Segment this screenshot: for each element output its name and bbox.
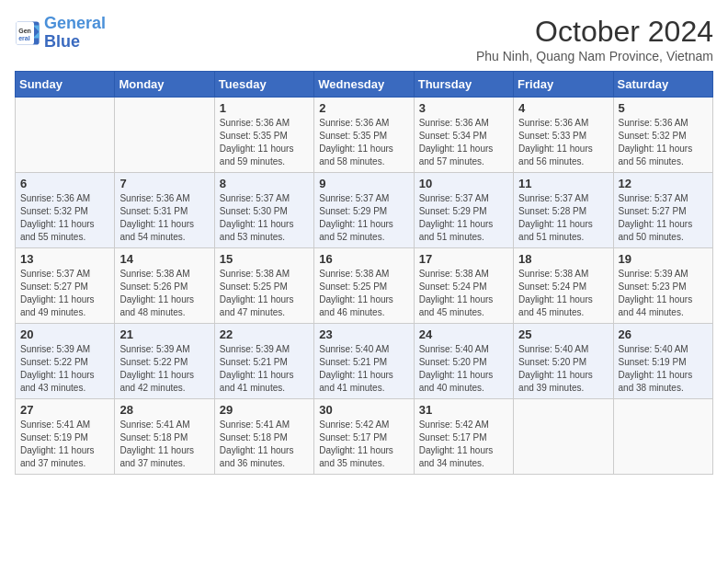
- table-cell: [514, 399, 613, 475]
- table-cell: [613, 399, 712, 475]
- table-cell: 2Sunrise: 5:36 AM Sunset: 5:35 PM Daylig…: [314, 98, 414, 173]
- day-number: 24: [419, 327, 508, 341]
- title-area: October 2024 Phu Ninh, Quang Nam Provinc…: [476, 15, 713, 63]
- table-cell: 24Sunrise: 5:40 AM Sunset: 5:20 PM Dayli…: [414, 324, 513, 399]
- day-number: 5: [619, 101, 708, 115]
- table-cell: 27Sunrise: 5:41 AM Sunset: 5:19 PM Dayli…: [16, 399, 115, 475]
- day-number: 26: [619, 327, 708, 341]
- day-info: Sunrise: 5:36 AM Sunset: 5:35 PM Dayligh…: [220, 117, 309, 168]
- day-number: 11: [518, 177, 608, 190]
- table-cell: 20Sunrise: 5:39 AM Sunset: 5:22 PM Dayli…: [16, 324, 115, 399]
- day-number: 27: [20, 403, 109, 417]
- table-cell: 12Sunrise: 5:37 AM Sunset: 5:27 PM Dayli…: [613, 173, 712, 248]
- table-cell: 19Sunrise: 5:39 AM Sunset: 5:23 PM Dayli…: [613, 248, 712, 324]
- header-sunday: Sunday: [16, 72, 115, 98]
- day-info: Sunrise: 5:37 AM Sunset: 5:29 PM Dayligh…: [319, 192, 408, 244]
- header-tuesday: Tuesday: [214, 72, 313, 98]
- day-number: 29: [220, 403, 309, 417]
- day-info: Sunrise: 5:37 AM Sunset: 5:27 PM Dayligh…: [20, 268, 109, 319]
- table-cell: 18Sunrise: 5:38 AM Sunset: 5:24 PM Dayli…: [514, 248, 613, 324]
- table-cell: 8Sunrise: 5:37 AM Sunset: 5:30 PM Daylig…: [214, 173, 313, 248]
- week-row-2: 6Sunrise: 5:36 AM Sunset: 5:32 PM Daylig…: [16, 173, 713, 248]
- page-header: Gen eral General Blue October 2024 Phu N…: [15, 15, 713, 63]
- day-info: Sunrise: 5:39 AM Sunset: 5:21 PM Dayligh…: [220, 343, 309, 395]
- header-monday: Monday: [115, 72, 214, 98]
- month-title: October 2024: [476, 15, 713, 49]
- day-info: Sunrise: 5:42 AM Sunset: 5:17 PM Dayligh…: [419, 419, 508, 470]
- day-number: 6: [20, 177, 109, 190]
- day-info: Sunrise: 5:41 AM Sunset: 5:18 PM Dayligh…: [220, 419, 309, 470]
- day-number: 20: [20, 327, 109, 341]
- table-cell: 4Sunrise: 5:36 AM Sunset: 5:33 PM Daylig…: [514, 98, 613, 173]
- logo-line1: General: [44, 15, 106, 33]
- table-cell: 7Sunrise: 5:36 AM Sunset: 5:31 PM Daylig…: [115, 173, 214, 248]
- header-wednesday: Wednesday: [314, 72, 414, 98]
- table-cell: 30Sunrise: 5:42 AM Sunset: 5:17 PM Dayli…: [314, 399, 414, 475]
- day-number: 3: [419, 101, 508, 115]
- day-number: 1: [220, 101, 309, 115]
- day-info: Sunrise: 5:39 AM Sunset: 5:22 PM Dayligh…: [119, 343, 209, 395]
- day-info: Sunrise: 5:37 AM Sunset: 5:28 PM Dayligh…: [518, 192, 608, 244]
- day-number: 14: [119, 252, 209, 266]
- table-cell: 26Sunrise: 5:40 AM Sunset: 5:19 PM Dayli…: [613, 324, 712, 399]
- day-number: 23: [319, 327, 408, 341]
- week-row-1: 1Sunrise: 5:36 AM Sunset: 5:35 PM Daylig…: [16, 98, 713, 173]
- day-info: Sunrise: 5:42 AM Sunset: 5:17 PM Dayligh…: [319, 419, 408, 470]
- table-cell: 23Sunrise: 5:40 AM Sunset: 5:21 PM Dayli…: [314, 324, 414, 399]
- table-cell: 16Sunrise: 5:38 AM Sunset: 5:25 PM Dayli…: [314, 248, 414, 324]
- table-cell: 3Sunrise: 5:36 AM Sunset: 5:34 PM Daylig…: [414, 98, 513, 173]
- day-info: Sunrise: 5:37 AM Sunset: 5:30 PM Dayligh…: [220, 192, 309, 244]
- day-number: 9: [319, 177, 408, 190]
- table-cell: 28Sunrise: 5:41 AM Sunset: 5:18 PM Dayli…: [115, 399, 214, 475]
- table-cell: 13Sunrise: 5:37 AM Sunset: 5:27 PM Dayli…: [16, 248, 115, 324]
- calendar-header: SundayMondayTuesdayWednesdayThursdayFrid…: [16, 72, 713, 98]
- day-info: Sunrise: 5:40 AM Sunset: 5:21 PM Dayligh…: [319, 343, 408, 395]
- day-number: 31: [419, 403, 508, 417]
- day-info: Sunrise: 5:37 AM Sunset: 5:29 PM Dayligh…: [419, 192, 508, 244]
- day-number: 28: [119, 403, 209, 417]
- svg-text:Gen: Gen: [18, 28, 31, 34]
- day-info: Sunrise: 5:38 AM Sunset: 5:24 PM Dayligh…: [419, 268, 508, 319]
- day-info: Sunrise: 5:38 AM Sunset: 5:26 PM Dayligh…: [119, 268, 209, 319]
- day-info: Sunrise: 5:40 AM Sunset: 5:20 PM Dayligh…: [419, 343, 508, 395]
- table-cell: 14Sunrise: 5:38 AM Sunset: 5:26 PM Dayli…: [115, 248, 214, 324]
- logo: Gen eral General Blue: [15, 15, 106, 52]
- day-info: Sunrise: 5:37 AM Sunset: 5:27 PM Dayligh…: [619, 192, 708, 244]
- day-info: Sunrise: 5:36 AM Sunset: 5:32 PM Dayligh…: [20, 192, 109, 244]
- day-number: 13: [20, 252, 109, 266]
- day-number: 4: [518, 101, 608, 115]
- table-cell: [115, 98, 214, 173]
- calendar-body: 1Sunrise: 5:36 AM Sunset: 5:35 PM Daylig…: [16, 98, 713, 475]
- logo-line2: Blue: [44, 33, 106, 52]
- day-info: Sunrise: 5:40 AM Sunset: 5:20 PM Dayligh…: [518, 343, 608, 395]
- day-number: 30: [319, 403, 408, 417]
- day-info: Sunrise: 5:40 AM Sunset: 5:19 PM Dayligh…: [619, 343, 708, 395]
- day-info: Sunrise: 5:36 AM Sunset: 5:32 PM Dayligh…: [619, 117, 708, 168]
- day-number: 2: [319, 101, 408, 115]
- day-number: 8: [220, 177, 309, 190]
- calendar-table: SundayMondayTuesdayWednesdayThursdayFrid…: [15, 71, 713, 475]
- header-row: SundayMondayTuesdayWednesdayThursdayFrid…: [16, 72, 713, 98]
- table-cell: 31Sunrise: 5:42 AM Sunset: 5:17 PM Dayli…: [414, 399, 513, 475]
- table-cell: 5Sunrise: 5:36 AM Sunset: 5:32 PM Daylig…: [613, 98, 712, 173]
- table-cell: 25Sunrise: 5:40 AM Sunset: 5:20 PM Dayli…: [514, 324, 613, 399]
- table-cell: 6Sunrise: 5:36 AM Sunset: 5:32 PM Daylig…: [16, 173, 115, 248]
- day-info: Sunrise: 5:39 AM Sunset: 5:23 PM Dayligh…: [619, 268, 708, 319]
- table-cell: 9Sunrise: 5:37 AM Sunset: 5:29 PM Daylig…: [314, 173, 414, 248]
- table-cell: 22Sunrise: 5:39 AM Sunset: 5:21 PM Dayli…: [214, 324, 313, 399]
- table-cell: 10Sunrise: 5:37 AM Sunset: 5:29 PM Dayli…: [414, 173, 513, 248]
- day-info: Sunrise: 5:39 AM Sunset: 5:22 PM Dayligh…: [20, 343, 109, 395]
- week-row-5: 27Sunrise: 5:41 AM Sunset: 5:19 PM Dayli…: [16, 399, 713, 475]
- day-info: Sunrise: 5:41 AM Sunset: 5:19 PM Dayligh…: [20, 419, 109, 470]
- day-info: Sunrise: 5:36 AM Sunset: 5:34 PM Dayligh…: [419, 117, 508, 168]
- day-info: Sunrise: 5:38 AM Sunset: 5:25 PM Dayligh…: [220, 268, 309, 319]
- day-info: Sunrise: 5:36 AM Sunset: 5:33 PM Dayligh…: [518, 117, 608, 168]
- day-number: 25: [518, 327, 608, 341]
- day-number: 12: [619, 177, 708, 190]
- day-number: 15: [220, 252, 309, 266]
- header-saturday: Saturday: [613, 72, 712, 98]
- day-info: Sunrise: 5:38 AM Sunset: 5:24 PM Dayligh…: [518, 268, 608, 319]
- svg-text:eral: eral: [18, 35, 30, 41]
- day-number: 19: [619, 252, 708, 266]
- location-subtitle: Phu Ninh, Quang Nam Province, Vietnam: [476, 49, 713, 63]
